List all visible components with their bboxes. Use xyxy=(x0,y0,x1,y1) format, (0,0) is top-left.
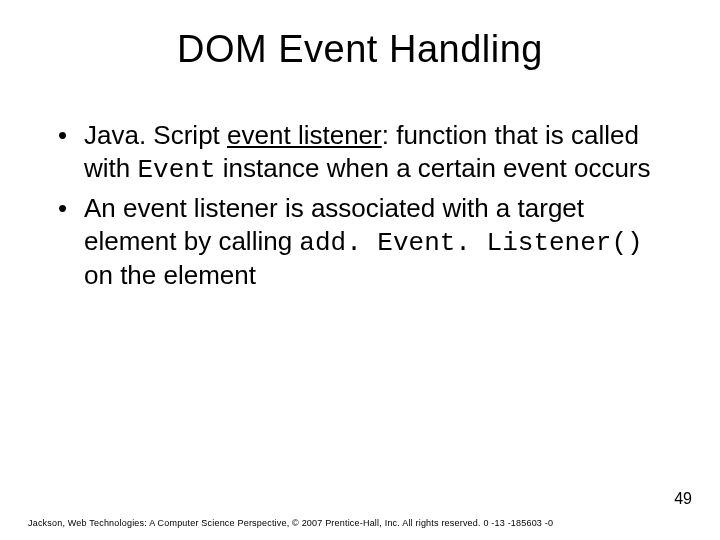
code-text: add. Event. Listener() xyxy=(299,228,642,258)
page-number: 49 xyxy=(674,490,692,508)
bullet-item: Java. Script event listener: function th… xyxy=(56,119,672,186)
slide-title: DOM Event Handling xyxy=(48,28,672,71)
bullet-item: An event listener is associated with a t… xyxy=(56,192,672,292)
bullet-list: Java. Script event listener: function th… xyxy=(48,119,672,292)
bullet-text: on the element xyxy=(84,260,256,290)
slide: DOM Event Handling Java. Script event li… xyxy=(0,0,720,540)
code-text: Event xyxy=(137,155,215,185)
underlined-term: event listener xyxy=(227,120,382,150)
footer-text: Jackson, Web Technologies: A Computer Sc… xyxy=(28,518,553,528)
bullet-text: Java. Script xyxy=(84,120,227,150)
bullet-text: instance when a certain event occurs xyxy=(215,153,650,183)
